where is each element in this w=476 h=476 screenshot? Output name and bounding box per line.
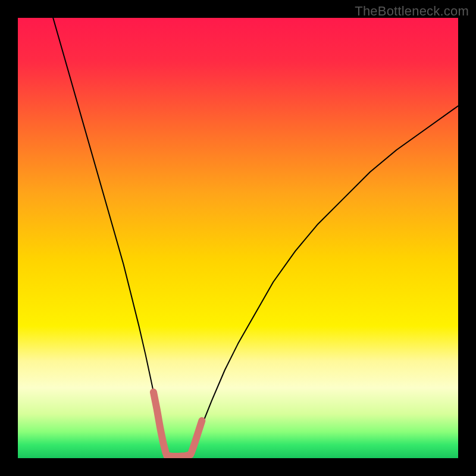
- watermark-text: TheBottleneck.com: [355, 4, 469, 19]
- gradient-background: [18, 18, 458, 458]
- series-highlight-bottom: [167, 455, 190, 456]
- chart-svg: [18, 18, 458, 458]
- chart-frame: TheBottleneck.com: [0, 0, 476, 476]
- plot-area: [18, 18, 458, 458]
